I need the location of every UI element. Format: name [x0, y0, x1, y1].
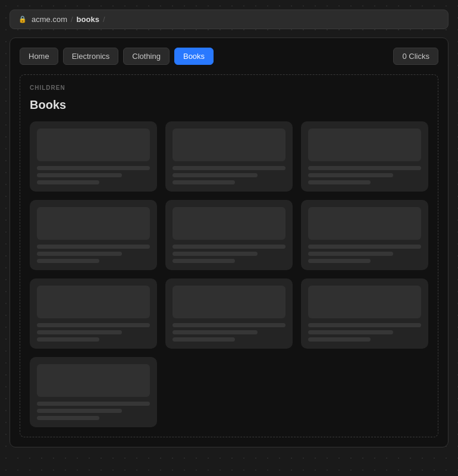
card-line	[308, 173, 393, 177]
card-image	[172, 207, 286, 240]
card-lines	[37, 402, 150, 420]
card-line	[172, 323, 286, 327]
card-lines	[172, 166, 286, 184]
address-bar[interactable]: 🔒 acme.com / books /	[10, 10, 448, 29]
tab-books[interactable]: Books	[174, 48, 214, 65]
card-lines	[172, 323, 286, 342]
card-lines	[37, 245, 150, 263]
nav-tabs: Home Electronics Clothing Books	[20, 48, 214, 65]
address-text: acme.com / books /	[32, 15, 105, 24]
list-item[interactable]	[301, 278, 428, 349]
list-item[interactable]	[30, 357, 157, 427]
card-line	[172, 259, 235, 263]
card-line	[37, 416, 99, 420]
card-image	[37, 364, 150, 397]
list-item[interactable]	[301, 200, 428, 270]
separator-1: /	[71, 15, 73, 24]
section-title: Books	[30, 98, 428, 112]
card-image	[172, 286, 286, 318]
card-line	[172, 166, 286, 170]
list-item[interactable]	[30, 200, 157, 270]
card-line	[308, 323, 421, 327]
card-line	[308, 245, 421, 249]
list-item[interactable]	[165, 200, 293, 270]
card-image	[172, 129, 286, 161]
card-line	[172, 180, 235, 184]
domain: acme.com	[32, 15, 67, 24]
card-image	[308, 286, 421, 318]
card-image	[37, 129, 150, 161]
lock-icon: 🔒	[18, 15, 27, 23]
card-line	[172, 337, 235, 342]
page-segment: books	[77, 15, 99, 24]
card-line	[308, 259, 371, 263]
card-line	[37, 245, 150, 249]
card-lines	[308, 245, 421, 263]
nav-bar: Home Electronics Clothing Books 0 Clicks	[20, 48, 438, 65]
card-image	[37, 286, 150, 318]
list-item[interactable]	[165, 278, 293, 349]
children-section: CHILDREN Books	[20, 74, 438, 437]
card-line	[37, 330, 122, 334]
card-line	[172, 245, 286, 249]
card-line	[37, 180, 99, 184]
clicks-badge: 0 Clicks	[393, 48, 438, 65]
card-line	[308, 180, 371, 184]
children-label: CHILDREN	[30, 84, 428, 91]
card-line	[37, 337, 99, 342]
card-line	[308, 252, 393, 256]
card-line	[172, 330, 258, 334]
card-image	[308, 207, 421, 240]
card-line	[37, 323, 150, 327]
card-line	[308, 166, 421, 170]
tab-home[interactable]: Home	[20, 48, 58, 65]
card-line	[37, 252, 122, 256]
card-line	[37, 402, 150, 406]
card-line	[37, 166, 150, 170]
card-line	[37, 409, 122, 413]
card-image	[37, 207, 150, 240]
card-line	[172, 173, 258, 177]
card-line	[37, 173, 122, 177]
card-line	[308, 337, 371, 342]
card-lines	[308, 323, 421, 342]
card-line	[308, 330, 393, 334]
list-item[interactable]	[30, 121, 157, 192]
card-lines	[37, 166, 150, 184]
cards-grid	[30, 121, 428, 427]
tab-electronics[interactable]: Electronics	[63, 48, 119, 65]
tab-clothing[interactable]: Clothing	[123, 48, 170, 65]
card-image	[308, 129, 421, 161]
card-lines	[37, 323, 150, 342]
list-item[interactable]	[301, 121, 428, 192]
main-container: Home Electronics Clothing Books 0 Clicks…	[10, 37, 448, 447]
card-lines	[172, 245, 286, 263]
card-line	[37, 259, 99, 263]
list-item[interactable]	[165, 121, 293, 192]
card-line	[172, 252, 258, 256]
list-item[interactable]	[30, 278, 157, 349]
card-lines	[308, 166, 421, 184]
separator-2: /	[103, 15, 105, 24]
